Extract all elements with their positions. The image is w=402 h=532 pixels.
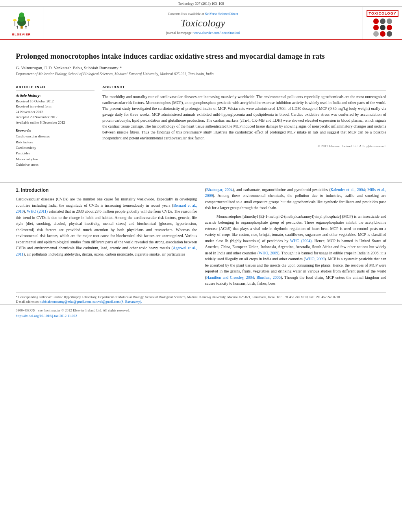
svg-rect-4 [14, 21, 15, 26]
svg-point-3 [19, 12, 24, 17]
received1-line: Received 16 October 2012 [16, 99, 94, 104]
footer: 0300-483X/$ – see front matter © 2012 El… [0, 304, 402, 322]
tox-circle [373, 31, 379, 37]
keyword-cardiotoxicity: Cardiotoxicity [16, 145, 94, 150]
authors-text: G. Velmurugan, D.D. Venkatesh Babu, Subb… [16, 65, 122, 70]
tox-circle [380, 19, 385, 24]
footnote-email: E-mail addresses: subbiahramasamy@mku@gm… [16, 299, 386, 304]
homepage-line: journal homepage: www.elsevier.com/locat… [166, 31, 240, 35]
intro-heading: 1. Introduction [16, 187, 197, 194]
from-text: from [333, 269, 341, 273]
received2-line: 24 November 2012 [16, 109, 94, 115]
abstract-label: ABSTRACT [102, 85, 386, 91]
keywords-label: Keywords: [16, 128, 94, 132]
email-label: E-mail addresses: [16, 300, 39, 304]
sciverse-line: Contents lists available at SciVerse Sci… [168, 12, 238, 16]
abstract-text: The morbidity and mortality rate of card… [102, 94, 386, 141]
svg-rect-11 [26, 27, 26, 29]
tox-circle [387, 31, 392, 37]
svg-point-7 [26, 19, 30, 22]
bhatnagar-ref[interactable]: Bhatnagar, 2004 [206, 187, 233, 192]
journal-title: Toxicology [181, 17, 225, 29]
who2009-ref[interactable]: WHO, 2009 [259, 251, 278, 255]
abstract-column: ABSTRACT The morbidity and mortality rat… [102, 85, 386, 168]
homepage-label: journal homepage: [166, 31, 193, 35]
history-label: Article history: [16, 94, 94, 98]
agarwal-ref[interactable]: Agarwal et al., 2011 [16, 246, 197, 256]
journal-header-center: Contents lists available at SciVerse Sci… [43, 7, 363, 39]
svg-point-8 [17, 26, 18, 27]
keyword-pesticides: Pesticides [16, 150, 94, 156]
footer-doi: http://dx.doi.org/10.1016/j.tox.2012.11.… [16, 313, 386, 319]
footnote-corresponding-author: * Corresponding author at: Cardiac Hyper… [16, 292, 386, 305]
journal-reference-bar: Toxicology 307 (2013) 103–108 [0, 0, 402, 7]
svg-rect-6 [28, 21, 29, 26]
homepage-url[interactable]: www.elsevier.com/locate/toxicol [193, 31, 240, 35]
revised-label-line: Received in revised form [16, 104, 94, 109]
page: Toxicology 307 (2013) 103–108 [0, 0, 402, 532]
sciverse-link[interactable]: SciVerse ScienceDirect [205, 12, 238, 16]
body-content: 1. Introduction Cardiovascular diseases … [0, 187, 402, 289]
toxicology-logo: TOXICOLOGY [363, 7, 402, 39]
available-line: Available online 8 December 2012 [16, 120, 94, 126]
svg-point-10 [25, 26, 27, 27]
tox-logo-text: TOXICOLOGY [367, 10, 399, 17]
keywords-list: Cardiovascular diseases Risk factors Car… [16, 133, 94, 167]
tox-circle [387, 25, 392, 30]
body-left-column: 1. Introduction Cardiovascular diseases … [16, 187, 197, 289]
who2009b-ref[interactable]: WHO, 2009 [305, 257, 324, 261]
keyword-cardiovascular: Cardiovascular diseases [16, 133, 94, 139]
who2004-ref[interactable]: WHO (2004) [290, 239, 312, 243]
article-affiliation: Department of Molecular Biology, School … [16, 72, 386, 76]
article-info-label: ARTICLE INFO [16, 85, 94, 91]
body-right-column: (Bhatnagar, 2004), and carbamate, organo… [205, 187, 387, 289]
svg-rect-9 [17, 27, 18, 29]
copyright-line: © 2012 Elsevier Ireland Ltd. All rights … [102, 144, 386, 148]
svg-point-5 [13, 19, 17, 22]
tox-circles-row2 [373, 25, 392, 30]
journal-ref-text: Toxicology 307 (2013) 103–108 [178, 2, 224, 6]
article-info-column: ARTICLE INFO Article history: Received 1… [16, 85, 94, 168]
elsevier-tree-icon [10, 10, 33, 32]
keyword-risk: Risk factors [16, 139, 94, 145]
journal-header: ELSEVIER Contents lists available at Sci… [0, 7, 402, 40]
article-authors: G. Velmurugan, D.D. Venkatesh Babu, Subb… [16, 65, 386, 70]
footnote-text: * Corresponding author at: Cardiac Hyper… [16, 295, 386, 300]
keyword-oxidative: Oxidative stress [16, 162, 94, 167]
who-ref[interactable]: WHO (2011) [27, 209, 48, 213]
tox-circles-row3 [373, 31, 392, 37]
doi-link[interactable]: http://dx.doi.org/10.1016/j.tox.2012.11.… [16, 314, 77, 318]
footer-license: 0300-483X/$ – see front matter © 2012 El… [16, 308, 386, 313]
intro-para-1: Cardiovascular diseases (CVDs) are the n… [16, 196, 197, 257]
section-divider [0, 182, 402, 183]
email2-link[interactable]: oatuvel@gmail.com (S. Ramasamy). [93, 300, 142, 304]
accepted-line: Accepted 29 November 2012 [16, 115, 94, 120]
intro-para-2: (Bhatnagar, 2004), and carbamate, organo… [205, 187, 387, 211]
tox-circle [380, 25, 385, 30]
tox-circle [373, 19, 379, 24]
tox-circles-row1 [373, 19, 392, 24]
tox-logo-circles [373, 19, 392, 37]
tox-circle [387, 19, 392, 24]
elsevier-brand-text: ELSEVIER [12, 33, 31, 36]
tox-circle [373, 25, 379, 30]
hamilton-ref[interactable]: Hamilton and Crossley, 2004 [206, 275, 254, 280]
intro-para-3: Monocrotophos [dimethyl (E)-1-methyl-2-(… [205, 213, 387, 287]
article-info-abstract-section: ARTICLE INFO Article history: Received 1… [16, 81, 386, 168]
article-content: Prolonged monocrotophos intake induces c… [0, 40, 402, 178]
bhushan-ref[interactable]: Bhushan, 2006 [256, 275, 280, 280]
tox-circle [380, 31, 385, 37]
email1-link[interactable]: subbiahramasamy@mku@gmail.com, [40, 300, 91, 304]
kalender-ref[interactable]: Kalender et al., 2004 [331, 187, 365, 192]
keyword-monocrotophos: Monocrotophos [16, 156, 94, 162]
article-title: Prolonged monocrotophos intake induces c… [16, 52, 386, 61]
elsevier-logo: ELSEVIER [0, 7, 43, 39]
